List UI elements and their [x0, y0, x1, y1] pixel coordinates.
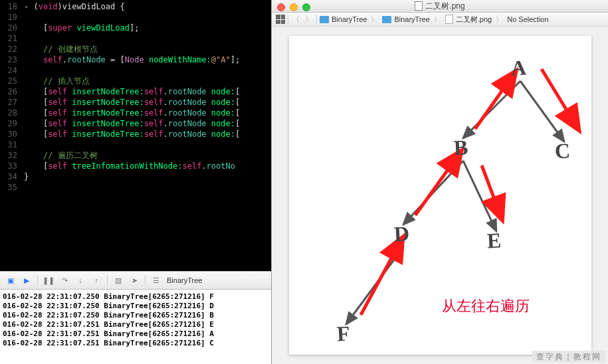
- window-titlebar[interactable]: 二叉树.png: [272, 0, 608, 13]
- location-icon[interactable]: ➤: [129, 275, 140, 286]
- path-bar: 〈 〉 BinaryTree 〉 BinaryTree 〉 二叉树.png 〉 …: [272, 13, 608, 27]
- breadcrumb-item[interactable]: BinaryTree: [394, 15, 429, 23]
- svg-line-5: [475, 72, 515, 129]
- window-title-text: 二叉树.png: [425, 1, 464, 12]
- folder-icon: [320, 16, 329, 23]
- debug-project-label[interactable]: BinaryTree: [167, 276, 202, 284]
- separator: [107, 275, 108, 286]
- breadcrumb-item[interactable]: 二叉树.png: [456, 15, 492, 25]
- separator: [37, 275, 38, 286]
- editor-pane: 181920212223242526272829303132333435 - (…: [0, 0, 271, 364]
- tree-node-C: C: [554, 138, 571, 163]
- chevron-right-icon: 〉: [433, 15, 443, 25]
- svg-line-6: [542, 69, 578, 129]
- continue-icon[interactable]: ▶: [21, 275, 32, 286]
- tree-node-B: B: [453, 135, 468, 160]
- breadcrumb-item[interactable]: BinaryTree: [332, 15, 367, 23]
- svg-line-0: [463, 81, 520, 138]
- step-over-icon[interactable]: ↷: [59, 275, 70, 286]
- line-number-gutter: 181920212223242526272829303132333435: [0, 0, 21, 271]
- toggle-debug-icon[interactable]: ▣: [5, 275, 16, 286]
- tree-node-A: A: [510, 55, 527, 80]
- svg-line-3: [463, 161, 496, 231]
- diagram-caption: 从左往右遍历: [442, 296, 530, 316]
- separator: [316, 15, 317, 24]
- grid-icon[interactable]: [276, 15, 285, 24]
- code-content[interactable]: - (void)viewDidLoad { [super viewDidLoad…: [21, 0, 271, 271]
- separator: [145, 275, 146, 286]
- separator: [288, 15, 288, 24]
- back-button[interactable]: 〈: [291, 15, 301, 25]
- window-controls: [277, 3, 310, 11]
- folder-icon: [382, 16, 391, 23]
- step-out-icon[interactable]: ↑: [91, 275, 102, 286]
- tree-node-E: E: [486, 228, 502, 253]
- breadcrumb-item[interactable]: No Selection: [507, 15, 548, 23]
- tree-node-D: D: [393, 221, 410, 246]
- debug-toolbar: ▣ ▶ ❚❚ ↷ ↓ ↑ ▧ ➤ ☰ BinaryTree: [0, 271, 271, 290]
- code-editor[interactable]: 181920212223242526272829303132333435 - (…: [0, 0, 271, 271]
- tree-diagram: [289, 36, 591, 355]
- stack-icon[interactable]: ☰: [151, 275, 161, 286]
- svg-line-8: [482, 165, 502, 219]
- tree-node-F: F: [336, 321, 350, 347]
- minimize-button[interactable]: [290, 3, 298, 11]
- chevron-right-icon: 〉: [369, 15, 379, 25]
- step-into-icon[interactable]: ↓: [75, 275, 86, 286]
- image-canvas: 从左往右遍历 ABCDEF: [289, 36, 591, 355]
- svg-line-9: [361, 238, 402, 315]
- console-output[interactable]: 016-02-28 22:31:07.250 BinaryTree[6265:2…: [0, 290, 271, 364]
- preview-window: 二叉树.png 〈 〉 BinaryTree 〉 BinaryTree 〉 二叉…: [271, 0, 608, 364]
- close-button[interactable]: [277, 3, 285, 11]
- forward-button[interactable]: 〉: [304, 15, 314, 25]
- window-title: 二叉树.png: [415, 1, 464, 12]
- zoom-button[interactable]: [302, 3, 310, 11]
- document-icon: [415, 1, 423, 11]
- svg-line-1: [520, 81, 564, 141]
- chevron-right-icon: 〉: [494, 15, 504, 25]
- pause-icon[interactable]: ❚❚: [43, 275, 54, 286]
- image-file-icon: [445, 15, 453, 24]
- view-debug-icon[interactable]: ▧: [113, 275, 124, 286]
- svg-line-7: [415, 152, 460, 215]
- image-viewport[interactable]: 从左往右遍历 ABCDEF: [272, 27, 608, 364]
- watermark: 查字典｜教程网: [532, 351, 605, 363]
